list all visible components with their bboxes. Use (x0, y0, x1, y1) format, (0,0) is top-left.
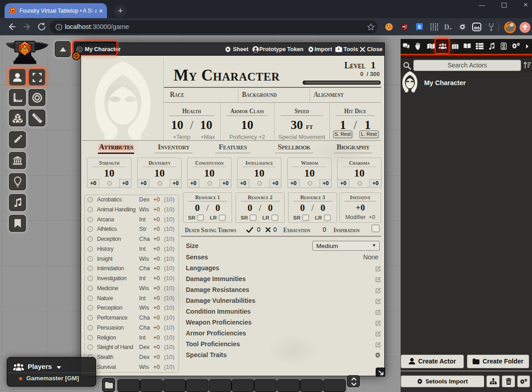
svg-text:D: D (444, 23, 450, 31)
svg-text:S: S (418, 24, 421, 29)
svg-text:20: 20 (23, 47, 27, 50)
